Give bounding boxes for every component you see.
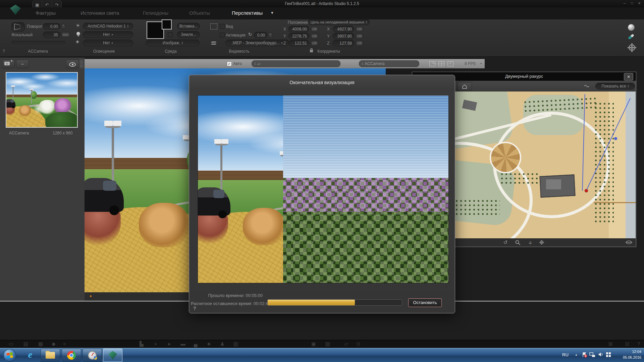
- lamp-icon[interactable]: ♠: [168, 341, 170, 347]
- grid-icon[interactable]: ⊞: [608, 341, 613, 347]
- quad-view-icon[interactable]: [438, 61, 444, 66]
- taskbar-explorer[interactable]: [41, 349, 60, 362]
- billboard-icon[interactable]: ▣: [311, 341, 316, 347]
- clock-icon[interactable]: ⊙: [356, 341, 361, 347]
- focal-field[interactable]: 35: [43, 32, 60, 38]
- brush-icon[interactable]: [628, 34, 634, 40]
- lock-icon[interactable]: [310, 50, 313, 52]
- focal-slider[interactable]: [11, 41, 65, 44]
- image-icon[interactable]: ▨: [325, 341, 330, 347]
- inspector-help[interactable]: ?: [3, 49, 5, 54]
- camera-node-point[interactable]: [614, 137, 617, 140]
- taskbar-ie[interactable]: e: [24, 349, 36, 361]
- tray-expand-icon[interactable]: ▲: [575, 353, 578, 356]
- preview-sphere-icon[interactable]: [628, 24, 635, 31]
- show-all-dropdown[interactable]: Показать все▴▾: [595, 83, 635, 89]
- leaf-icon[interactable]: ♣: [207, 341, 211, 347]
- car-icon[interactable]: ▄: [194, 341, 198, 347]
- pan-tool-icon[interactable]: ↔↕: [527, 239, 534, 245]
- stepper-icon[interactable]: ▴▾: [182, 41, 183, 45]
- coord-z-from[interactable]: 122.51: [288, 40, 309, 46]
- camera-type-button[interactable]: [11, 22, 25, 32]
- maximize-button[interactable]: □: [629, 1, 635, 6]
- lights-dropdown[interactable]: Нет▾: [83, 31, 133, 38]
- coord-y-to[interactable]: 3907.80: [333, 33, 354, 39]
- zoom-pan-tool-icon[interactable]: [539, 240, 545, 245]
- rotation-field[interactable]: 0.00: [43, 23, 60, 29]
- dialog-help[interactable]: ?: [193, 306, 196, 311]
- cart-icon[interactable]: ⊟: [625, 341, 630, 347]
- panel-grip-handle[interactable]: [79, 59, 84, 68]
- image-dropdown[interactable]: Изображ.▴▾: [146, 40, 200, 46]
- action-center-flag-icon[interactable]: [582, 352, 587, 358]
- desk-icon[interactable]: ▬: [180, 341, 185, 347]
- close-button[interactable]: ✕: [636, 1, 643, 6]
- foreground-color-swatch[interactable]: [162, 19, 172, 29]
- top-view-close-button[interactable]: ✕: [624, 73, 633, 80]
- network-icon[interactable]: [589, 352, 595, 357]
- stepper-icon[interactable]: ▴▾: [628, 84, 629, 88]
- section-plane-icon[interactable]: [626, 240, 632, 244]
- help-icon[interactable]: ?: [637, 341, 640, 347]
- paint-roller-icon[interactable]: ▭: [9, 341, 13, 347]
- folder-icon[interactable]: ▱: [344, 341, 348, 347]
- language-indicator[interactable]: RU: [562, 352, 569, 357]
- armchair-icon[interactable]: ▙: [140, 341, 144, 347]
- path-wave-icon[interactable]: [584, 84, 589, 88]
- visibility-toggle-button[interactable]: [66, 60, 79, 68]
- coord-x-from[interactable]: 4006.00: [288, 26, 309, 32]
- mug-icon[interactable]: ◑: [154, 341, 157, 347]
- split-view-icon[interactable]: [429, 61, 435, 66]
- fullscreen-view-icon[interactable]: [447, 61, 453, 66]
- coord-z-to[interactable]: 127.58: [333, 40, 354, 46]
- insert-button[interactable]: Вставка...: [177, 23, 200, 29]
- coord-x-to[interactable]: 4927.90: [333, 26, 354, 32]
- bricks-icon[interactable]: ▤: [23, 341, 28, 347]
- ground-button[interactable]: Земля...: [177, 31, 200, 38]
- view-mode-dropdown[interactable]: ▴▾▱: [252, 60, 340, 67]
- stepper-icon[interactable]: ▴▾: [362, 62, 363, 65]
- taskbar-clock[interactable]: 12:04 05.06.2016: [616, 349, 641, 360]
- stepper-icon[interactable]: ▴▾: [255, 62, 256, 65]
- ground-checkbox[interactable]: [168, 32, 173, 37]
- buildings-icon[interactable]: ▥: [233, 341, 238, 347]
- stones-icon[interactable]: ▦: [38, 341, 43, 347]
- angle-field[interactable]: 0.00: [254, 32, 267, 38]
- tab-heliodons[interactable]: Гелиодоны: [143, 10, 168, 16]
- taskbar-artlantis[interactable]: [103, 349, 122, 362]
- tab-perspectives[interactable]: Перспективы: [232, 10, 263, 16]
- gear-icon[interactable]: [629, 44, 635, 51]
- trowel-icon[interactable]: ◆: [52, 341, 56, 347]
- speaker-icon[interactable]: [598, 352, 603, 357]
- camera-thumbnail[interactable]: [6, 72, 78, 128]
- tab-textures[interactable]: Фактуры: [36, 10, 56, 16]
- tab-light-sources[interactable]: Источники света: [81, 10, 119, 16]
- tab-objects[interactable]: Объекты: [189, 10, 210, 16]
- remove-camera-button[interactable]: –: [16, 60, 29, 68]
- coord-y-from[interactable]: 2276.75: [288, 33, 309, 39]
- stepper-icon[interactable]: ▴▾: [366, 20, 367, 24]
- water-icon[interactable]: ≈: [63, 341, 66, 347]
- undo-tool-icon[interactable]: ↺: [502, 239, 509, 245]
- stepper-icon[interactable]: ▴▾: [127, 24, 128, 28]
- layer-dropdown[interactable]: ;МЕР - Электрооборудо...▾: [225, 40, 289, 46]
- windows-tray-icon[interactable]: [606, 352, 611, 357]
- home-view-button[interactable]: [457, 82, 472, 91]
- stop-button[interactable]: Остановить: [408, 298, 442, 307]
- activation-checkbox[interactable]: [220, 33, 225, 38]
- view-checkbox[interactable]: [220, 24, 225, 29]
- fps-indicator[interactable]: 8 FPS: [465, 61, 476, 66]
- camera-select-dropdown[interactable]: ▴▾ACCamera: [359, 60, 419, 67]
- start-button[interactable]: [3, 349, 16, 362]
- add-camera-button[interactable]: [2, 60, 15, 68]
- auto-checkbox[interactable]: ✓: [227, 61, 232, 66]
- zoom-tool-icon[interactable]: [515, 240, 521, 245]
- position-dropdown[interactable]: Цель на неподвижной вершине▴▾: [308, 19, 370, 25]
- person-icon[interactable]: ♟: [220, 341, 224, 347]
- heliodon-dropdown[interactable]: ArchiCAD Heliodon 1▴▾: [83, 23, 133, 29]
- camera-target-point[interactable]: [585, 189, 588, 192]
- minimize-button[interactable]: ─: [621, 1, 628, 6]
- perspectives-dropdown-icon[interactable]: ▼: [270, 11, 274, 15]
- taskbar-chrome[interactable]: [62, 349, 81, 362]
- neons-dropdown[interactable]: Нет▾: [83, 40, 133, 46]
